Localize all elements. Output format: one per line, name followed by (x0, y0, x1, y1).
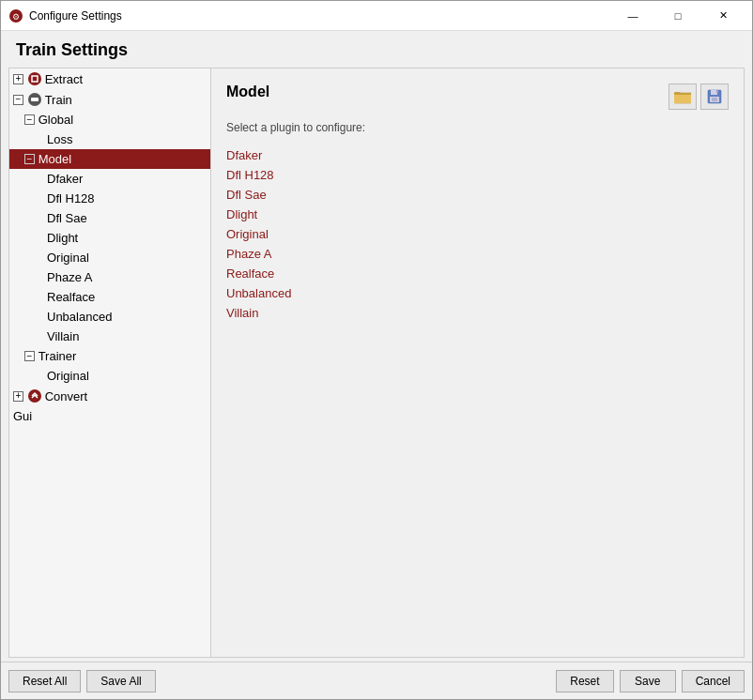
sidebar-item-extract[interactable]: + Extract (9, 68, 210, 89)
sidebar-item-villain[interactable]: Villain (9, 327, 210, 346)
expand-icon-trainer: − (24, 351, 35, 361)
minimize-button[interactable]: — (611, 1, 654, 31)
main-toolbar (668, 84, 729, 110)
svg-rect-12 (711, 90, 717, 95)
sidebar-label-phaze-a: Phaze A (47, 270, 92, 284)
folder-icon (674, 89, 691, 104)
sidebar-label-realface: Realface (47, 290, 95, 304)
sidebar-label-dlight: Dlight (47, 231, 78, 245)
save-icon (707, 89, 722, 104)
sidebar-label-trainer-original: Original (47, 369, 89, 383)
title-bar-text: Configure Settings (29, 9, 611, 23)
sidebar-item-convert[interactable]: + Convert (9, 386, 210, 406)
sidebar-item-trainer-original[interactable]: Original (9, 366, 210, 386)
sidebar-item-trainer[interactable]: − Trainer (9, 346, 210, 366)
train-icon (27, 92, 42, 107)
svg-rect-13 (716, 90, 718, 93)
sidebar-label-trainer: Trainer (38, 349, 77, 363)
plugin-list: Dfaker Dfl H128 Dfl Sae Dlight Original … (226, 145, 729, 323)
save-all-button[interactable]: Save All (86, 670, 155, 692)
sidebar: + Extract − Train − (9, 68, 211, 657)
svg-point-2 (28, 72, 41, 85)
sidebar-label-model: Model (38, 152, 71, 166)
expand-icon-extract: + (13, 74, 23, 84)
sidebar-label-villain: Villain (47, 329, 79, 343)
sidebar-item-train[interactable]: − Train (9, 89, 210, 110)
footer-right-controls: Reset Save Cancel (556, 670, 745, 692)
svg-rect-10 (674, 94, 691, 95)
folder-button[interactable] (668, 84, 697, 110)
close-button[interactable]: ✕ (701, 1, 745, 31)
sidebar-label-train: Train (45, 93, 72, 107)
page-title: Train Settings (1, 31, 752, 68)
reset-all-button[interactable]: Reset All (8, 670, 81, 692)
sidebar-label-loss: Loss (47, 132, 72, 146)
reset-button[interactable]: Reset (556, 670, 613, 692)
sidebar-item-model[interactable]: − Model (9, 149, 210, 169)
main-content-panel: Model (211, 68, 744, 657)
sidebar-label-dfl-h128: Dfl H128 (47, 191, 95, 205)
svg-rect-9 (674, 94, 691, 103)
sidebar-item-loss[interactable]: Loss (9, 129, 210, 149)
plugin-link-dfl-h128[interactable]: Dfl H128 (226, 165, 729, 185)
sidebar-item-original[interactable]: Original (9, 248, 210, 267)
main-window: ⚙ Configure Settings — □ ✕ Train Setting… (0, 0, 753, 700)
expand-icon-convert: + (13, 391, 23, 402)
app-icon: ⚙ (8, 8, 23, 23)
sidebar-item-dlight[interactable]: Dlight (9, 228, 210, 248)
sidebar-label-dfaker: Dfaker (47, 172, 83, 186)
sidebar-label-global: Global (38, 113, 74, 127)
svg-text:⚙: ⚙ (12, 12, 20, 22)
plugin-link-unbalanced[interactable]: Unbalanced (226, 283, 729, 303)
content-area: + Extract − Train − (8, 68, 745, 658)
plugin-link-dfl-sae[interactable]: Dfl Sae (226, 185, 729, 205)
svg-rect-15 (712, 98, 717, 101)
plugin-link-dlight[interactable]: Dlight (226, 205, 729, 224)
main-subtitle: Select a plugin to configure: (226, 121, 729, 134)
sidebar-label-dfl-sae: Dfl Sae (47, 211, 87, 225)
save-button[interactable] (700, 84, 729, 110)
title-bar: ⚙ Configure Settings — □ ✕ (1, 1, 752, 31)
sidebar-item-gui[interactable]: Gui (9, 406, 210, 426)
sidebar-label-convert: Convert (45, 389, 88, 403)
cancel-button[interactable]: Cancel (682, 670, 745, 692)
sidebar-item-unbalanced[interactable]: Unbalanced (9, 307, 210, 327)
sidebar-item-realface[interactable]: Realface (9, 287, 210, 307)
sidebar-item-phaze-a[interactable]: Phaze A (9, 267, 210, 287)
extract-icon (27, 71, 42, 86)
sidebar-item-dfl-sae[interactable]: Dfl Sae (9, 208, 210, 228)
sidebar-label-unbalanced: Unbalanced (47, 310, 112, 324)
sidebar-item-dfaker[interactable]: Dfaker (9, 169, 210, 189)
maximize-button[interactable]: □ (656, 1, 699, 31)
plugin-link-villain[interactable]: Villain (226, 303, 729, 323)
expand-icon-model: − (24, 154, 35, 164)
window-controls: — □ ✕ (611, 1, 745, 31)
main-header: Model (226, 84, 729, 110)
plugin-link-dfaker[interactable]: Dfaker (226, 145, 729, 165)
main-section-title: Model (226, 84, 269, 100)
save-button-footer[interactable]: Save (620, 670, 676, 692)
footer: Reset All Save All Reset Save Cancel (1, 662, 752, 699)
sidebar-label-original: Original (47, 251, 89, 265)
sidebar-item-dfl-h128[interactable]: Dfl H128 (9, 189, 210, 208)
sidebar-item-global[interactable]: − Global (9, 110, 210, 129)
plugin-link-realface[interactable]: Realface (226, 264, 729, 283)
expand-icon-global: − (24, 114, 35, 125)
expand-icon-train: − (13, 95, 23, 105)
plugin-link-original[interactable]: Original (226, 224, 729, 244)
sidebar-label-extract: Extract (45, 72, 83, 86)
svg-rect-5 (31, 98, 38, 101)
plugin-link-phaze-a[interactable]: Phaze A (226, 244, 729, 264)
convert-icon (27, 388, 42, 403)
sidebar-label-gui: Gui (13, 409, 32, 423)
